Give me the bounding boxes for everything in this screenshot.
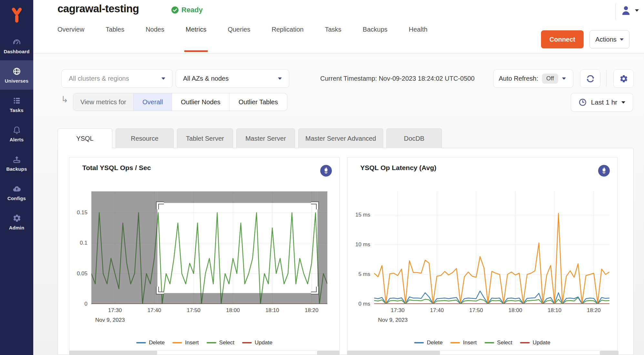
clock-icon: [578, 98, 587, 107]
dashboard-gauge-icon: [12, 37, 21, 46]
sidebar-item-backups[interactable]: Backups: [0, 148, 33, 178]
view-metrics-option-outlier-nodes[interactable]: Outlier Nodes: [172, 93, 230, 111]
status-text: Ready: [181, 6, 203, 14]
sidebar-item-label: Tasks: [10, 107, 23, 113]
tab-nodes[interactable]: Nodes: [146, 26, 164, 33]
x-axis-tick-label: 18:00: [502, 307, 529, 314]
legend-label: Select: [497, 340, 512, 346]
chevron-down-icon: [278, 77, 282, 80]
time-range-dropdown[interactable]: Last 1 hr: [571, 93, 633, 112]
legend-label: Update: [255, 340, 272, 346]
tab-backups[interactable]: Backups: [363, 26, 388, 33]
legend-swatch: [207, 342, 216, 343]
legend-item-select[interactable]: Select: [485, 340, 512, 346]
sidebar-item-tasks[interactable]: Tasks: [0, 90, 33, 119]
yugabyte-logo-icon: [8, 7, 26, 24]
chart-title: Total YSQL Ops / Sec: [82, 164, 151, 172]
sidebar-item-dashboard[interactable]: Dashboard: [0, 31, 33, 60]
legend-swatch: [450, 342, 460, 343]
refresh-icon: [586, 74, 595, 84]
sidebar-item-alerts[interactable]: Alerts: [0, 119, 33, 148]
metric-tab-master-server-advanced[interactable]: Master Server Advanced: [298, 128, 383, 148]
tab-tasks[interactable]: Tasks: [325, 26, 341, 33]
x-axis-tick-label: 18:00: [220, 307, 247, 314]
prometheus-icon[interactable]: [320, 165, 332, 178]
az-nodes-value: All AZs & nodes: [183, 75, 229, 82]
chart-card-total-ysql-ops: Total YSQL Ops / Sec 00.050.10.1517:3017…: [69, 157, 340, 351]
sidebar-item-configs[interactable]: Configs: [0, 178, 33, 207]
sidebar-item-label: Universes: [5, 78, 29, 84]
y-axis-tick-label: 10 ms: [355, 241, 370, 248]
actions-button[interactable]: Actions: [589, 30, 629, 48]
legend-item-select[interactable]: Select: [207, 340, 234, 346]
metric-tab-docdb[interactable]: DocDB: [386, 128, 442, 148]
legend-item-insert[interactable]: Insert: [172, 340, 199, 346]
chart-legend: DeleteInsertSelectUpdate: [347, 340, 617, 346]
legend-item-update[interactable]: Update: [520, 340, 550, 346]
tab-queries[interactable]: Queries: [228, 26, 250, 33]
configs-cloud-icon: [12, 184, 21, 193]
refresh-button[interactable]: [580, 69, 600, 88]
chart-plot-area[interactable]: [91, 191, 327, 304]
tab-tables[interactable]: Tables: [106, 26, 124, 33]
legend-item-delete[interactable]: Delete: [136, 340, 165, 346]
clusters-regions-dropdown[interactable]: All clusters & regions: [61, 69, 173, 88]
chevron-down-icon: [635, 9, 639, 12]
user-menu[interactable]: [620, 5, 639, 16]
chevron-down-icon: [161, 77, 165, 80]
chart-plot-area[interactable]: [374, 191, 609, 304]
metric-group-tabs: YSQL Resource Tablet Server Master Serve…: [57, 128, 442, 148]
chart-title: YSQL Op Latency (Avg): [360, 164, 436, 172]
auto-refresh-label: Auto Refresh:: [499, 75, 538, 82]
legend-swatch: [520, 342, 530, 343]
az-nodes-dropdown[interactable]: All AZs & nodes: [176, 69, 289, 88]
legend-label: Delete: [149, 340, 165, 346]
tab-metrics[interactable]: Metrics: [186, 26, 206, 33]
metric-tab-tablet-server[interactable]: Tablet Server: [177, 128, 233, 148]
universe-nav-tabs: Overview Tables Nodes Metrics Queries Re…: [57, 26, 427, 33]
sidebar: Dashboard Universes Tasks: [0, 0, 33, 355]
tab-replication[interactable]: Replication: [271, 26, 303, 33]
divider: [615, 3, 616, 20]
legend-label: Select: [219, 340, 234, 346]
y-axis-tick-label: 0.05: [77, 270, 87, 277]
current-timestamp: Current Timestamp: Nov-09-2023 18:24:02 …: [320, 69, 475, 88]
view-metrics-label: View metrics for: [73, 93, 134, 111]
legend-item-insert[interactable]: Insert: [450, 340, 477, 346]
view-metrics-option-overall[interactable]: Overall: [134, 93, 172, 111]
sidebar-item-universes[interactable]: Universes: [0, 60, 33, 90]
app-root: Dashboard Universes Tasks: [0, 0, 644, 355]
chart-card-ysql-op-latency: YSQL Op Latency (Avg) 0 ms5 ms10 ms15 ms…: [347, 157, 618, 351]
sidebar-item-admin[interactable]: Admin: [0, 207, 33, 237]
status-badge: Ready: [171, 6, 203, 14]
legend-item-delete[interactable]: Delete: [414, 340, 443, 346]
next-chart-strip: [317, 351, 340, 355]
next-chart-strip: [347, 351, 440, 355]
metric-tab-master-server[interactable]: Master Server: [236, 128, 295, 148]
view-metrics-segmented-control: View metrics for Overall Outlier Nodes O…: [73, 93, 287, 111]
settings-button[interactable]: [613, 69, 634, 88]
legend-item-update[interactable]: Update: [242, 340, 272, 346]
divider: [606, 70, 607, 86]
legend-label: Insert: [185, 340, 199, 346]
tab-health[interactable]: Health: [409, 26, 427, 33]
next-chart-strip: [69, 351, 157, 355]
connect-button[interactable]: Connect: [541, 30, 584, 48]
admin-gear-icon: [12, 214, 21, 223]
metric-tab-resource[interactable]: Resource: [116, 128, 174, 148]
metric-tab-ysql[interactable]: YSQL: [57, 128, 112, 148]
x-axis-date-label: Nov 9, 2023: [378, 317, 408, 323]
x-axis-tick-label: 18:20: [580, 307, 607, 314]
universe-globe-icon: [12, 67, 21, 76]
prometheus-icon[interactable]: [598, 165, 610, 178]
x-axis-tick-label: 17:30: [384, 307, 411, 314]
ready-check-icon: [171, 6, 179, 14]
x-axis-tick-label: 18:10: [259, 307, 286, 314]
sidebar-item-label: Alerts: [10, 137, 24, 142]
auto-refresh-dropdown[interactable]: Auto Refresh: Off: [493, 69, 573, 88]
view-metrics-option-outlier-tables[interactable]: Outlier Tables: [230, 93, 287, 111]
tab-overview[interactable]: Overview: [57, 26, 84, 33]
actions-label: Actions: [595, 36, 617, 43]
sidebar-item-label: Admin: [9, 225, 25, 230]
yugabyte-logo[interactable]: [0, 0, 33, 31]
